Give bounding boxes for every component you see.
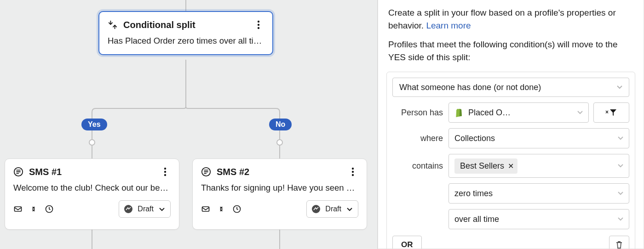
node-summary: Has Placed Order zero times over all tim… [99, 34, 272, 54]
status-select[interactable]: Draft [119, 200, 171, 218]
status-draft-icon [311, 204, 321, 214]
svg-point-7 [164, 171, 166, 173]
condition-type-select[interactable]: What someone has done (or not done) [392, 78, 629, 97]
node-title: SMS #1 [29, 167, 62, 177]
node-title: SMS #2 [217, 167, 249, 177]
label-where: where [392, 134, 443, 143]
svg-point-6 [164, 168, 166, 170]
where-value: Collections [454, 134, 618, 143]
svg-point-8 [164, 174, 166, 176]
svg-point-4 [258, 27, 259, 29]
svg-point-3 [258, 24, 259, 26]
split-icon [108, 20, 118, 30]
node-conditional-split[interactable]: Conditional split Has Placed Order zero … [98, 11, 273, 55]
schedule-icon [45, 204, 54, 214]
svg-point-15 [352, 174, 354, 176]
svg-point-18 [312, 205, 320, 213]
chevron-down-icon [618, 215, 623, 224]
count-select[interactable]: zero times [448, 183, 629, 204]
event-value: Placed O… [468, 108, 577, 118]
node-title: Conditional split [123, 20, 196, 30]
svg-point-1 [277, 140, 282, 145]
branch-label-yes: Yes [81, 119, 107, 130]
chevron-down-icon [618, 189, 623, 198]
count-value: zero times [454, 189, 618, 198]
delete-condition-button[interactable] [609, 236, 629, 249]
node-sms-1[interactable]: SMS #1 Welcome to the club! Check out ou… [5, 158, 179, 230]
where-select[interactable]: Collections [448, 128, 629, 148]
status-select[interactable]: Draft [306, 200, 358, 218]
chevron-down-icon [618, 161, 623, 171]
label-contains: contains [392, 161, 443, 171]
chevron-down-icon [346, 205, 353, 213]
sms-icon [13, 167, 23, 177]
node-menu-button[interactable] [347, 165, 358, 178]
timerange-select[interactable]: over all time [448, 209, 629, 229]
contains-select[interactable]: Best Sellers ✕ [448, 154, 629, 178]
svg-point-0 [89, 140, 95, 145]
svg-rect-9 [15, 207, 22, 211]
node-preview: Welcome to the club! Check out our best … [5, 181, 179, 200]
chip-remove-button[interactable]: ✕ [508, 162, 514, 170]
learn-more-link[interactable]: Learn more [426, 21, 471, 30]
panel-description: Create a split in your flow based on a p… [378, 0, 644, 32]
clear-filter-button[interactable]: × [593, 102, 629, 123]
svg-point-13 [352, 168, 354, 170]
svg-text:×: × [605, 109, 609, 115]
shopify-icon [454, 108, 464, 117]
email-icon [13, 204, 23, 214]
status-label: Draft [325, 205, 341, 213]
node-menu-button[interactable] [160, 165, 171, 178]
chip-best-sellers: Best Sellers ✕ [454, 158, 518, 174]
chevron-down-icon [577, 108, 583, 118]
event-select[interactable]: Placed O… [448, 102, 589, 123]
condition-type-value: What someone has done (or not done) [399, 83, 541, 92]
sms-icon [201, 167, 211, 177]
status-label: Draft [138, 205, 154, 213]
branch-label-no: No [269, 119, 292, 130]
status-draft-icon [124, 204, 133, 214]
link-icon [29, 204, 38, 214]
chevron-down-icon [617, 83, 622, 92]
chevron-down-icon [158, 205, 166, 213]
email-icon [201, 204, 210, 214]
timerange-value: over all time [454, 215, 618, 224]
node-menu-button[interactable] [253, 18, 264, 31]
chevron-down-icon [618, 134, 623, 143]
svg-point-14 [352, 171, 354, 173]
node-preview: Thanks for signing up! Have you seen our… [193, 181, 367, 200]
svg-point-11 [124, 205, 132, 213]
link-icon [217, 204, 226, 214]
flow-canvas[interactable]: Conditional split Has Placed Order zero … [0, 0, 377, 249]
add-or-button[interactable]: OR [392, 236, 422, 249]
condition-group: What someone has done (or not done) Pers… [386, 72, 635, 249]
svg-rect-16 [202, 207, 209, 211]
schedule-icon [232, 204, 242, 214]
svg-point-2 [258, 21, 259, 23]
node-sms-2[interactable]: SMS #2 Thanks for signing up! Have you s… [192, 158, 367, 230]
config-panel: Create a split in your flow based on a p… [377, 0, 644, 249]
label-person-has: Person has [392, 108, 443, 118]
panel-subheading: Profiles that meet the following conditi… [378, 32, 644, 67]
